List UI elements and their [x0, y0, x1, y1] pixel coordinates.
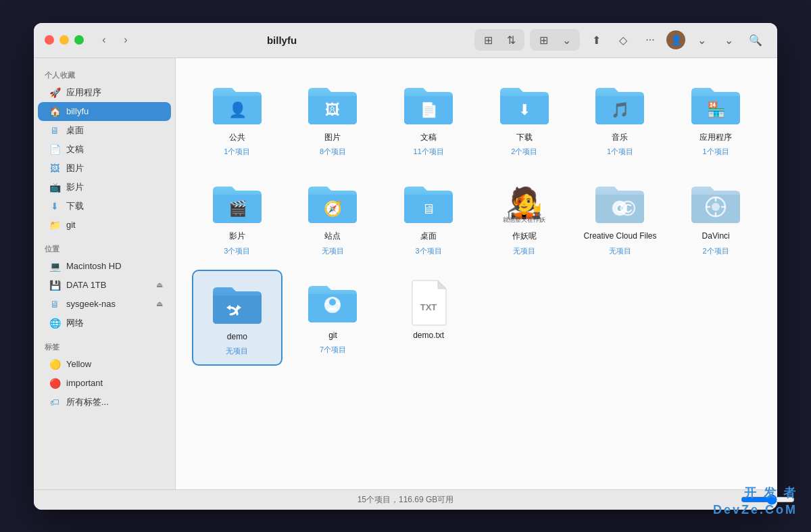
folder-music-count: 1个项目: [607, 147, 633, 157]
yellow-tag-icon: 🟡: [49, 358, 61, 370]
sidebar-item-network[interactable]: 🌐 网络: [38, 314, 171, 333]
traffic-lights: [45, 35, 84, 45]
folder-public[interactable]: 👤 公共 1个项目: [192, 72, 282, 166]
folder-pictures-icon: 🖼: [305, 80, 360, 128]
sort-button[interactable]: ⇅: [500, 30, 522, 49]
status-bar: 15个项目，116.69 GB可用: [34, 489, 777, 510]
sidebar-section-locations: 位置 💻 Macintosh HD 💾 DATA 1TB ⏏ 🖥 sysgeek…: [34, 240, 175, 333]
folder-apps-icon: 🏪: [689, 80, 743, 128]
folder-pictures[interactable]: 🖼 图片 8个项目: [288, 72, 378, 166]
sidebar-item-pictures[interactable]: 🖼 图片: [38, 159, 171, 178]
maximize-button[interactable]: [74, 35, 84, 45]
sidebar-item-apps[interactable]: 🚀 应用程序: [38, 83, 171, 102]
folder-sites[interactable]: 🧭 站点 无项目: [288, 170, 378, 264]
folder-demo-icon: [210, 279, 264, 328]
folder-desktop2-count: 3个项目: [416, 246, 442, 256]
arrow-down-button[interactable]: ⌄: [691, 30, 712, 49]
sidebar-item-macintosh[interactable]: 💻 Macintosh HD: [38, 257, 171, 276]
sidebar-movies-label: 影片: [66, 181, 84, 193]
folder-desktop2[interactable]: 🖥 桌面 3个项目: [383, 170, 474, 264]
more-button[interactable]: ···: [639, 30, 661, 49]
folder-documents-name: 文稿: [420, 132, 437, 143]
sidebar-item-documents[interactable]: 📄 文稿: [38, 140, 171, 159]
folder-music-name: 音乐: [612, 132, 628, 143]
sidebar-item-nas[interactable]: 🖥 sysgeek-nas ⏏: [38, 295, 171, 314]
sidebar-item-important[interactable]: 🔴 important: [38, 374, 171, 393]
folder-davinci-icon: [689, 178, 743, 227]
folder-public-name: 公共: [229, 132, 245, 143]
sidebar-item-data1tb[interactable]: 💾 DATA 1TB ⏏: [38, 276, 171, 295]
git-icon: 📁: [49, 219, 61, 231]
svg-point-20: [329, 299, 336, 306]
favorites-label: 个人收藏: [34, 66, 175, 83]
tag-button[interactable]: ◇: [612, 30, 634, 49]
folder-movies-name: 影片: [229, 231, 245, 242]
search-button[interactable]: 🔍: [745, 30, 766, 49]
alltags-icon: 🏷: [49, 396, 61, 408]
movies-icon: 📺: [49, 181, 61, 193]
folder-demo[interactable]: demo 无项目: [192, 270, 282, 366]
list-view-button[interactable]: ⊞: [533, 30, 554, 49]
folder-zuoyaone-name: 作妖呢: [512, 231, 537, 242]
sidebar-item-movies[interactable]: 📺 影片: [38, 178, 171, 197]
folder-apps[interactable]: 🏪 应用程序 1个项目: [670, 72, 761, 166]
folder-ccfiles[interactable]: Creative Cloud Files 无项目: [575, 170, 666, 264]
grid-view-button[interactable]: ⊞: [477, 30, 499, 49]
avatar-button[interactable]: 👤: [666, 30, 685, 49]
folder-documents[interactable]: 📄 文稿 11个项目: [383, 72, 474, 166]
sidebar-item-git[interactable]: 📁 git: [38, 216, 171, 235]
svg-text:🎬: 🎬: [228, 199, 247, 218]
network-icon: 🌐: [49, 317, 61, 329]
watermark-line2: DevZe.CoM: [713, 502, 797, 518]
sidebar-important-label: important: [66, 378, 103, 388]
folder-documents-count: 11个项目: [414, 147, 444, 157]
folder-downloads[interactable]: ⬇ 下载 2个项目: [479, 72, 570, 166]
folder-git2[interactable]: git 7个项目: [288, 270, 378, 366]
folder-pictures-name: 图片: [324, 132, 341, 143]
folder-zuoyaone[interactable]: 🧑‍🎤 就他整天在作妖 作妖呢 无项目: [479, 170, 570, 264]
title-bar: ‹ › billyfu ⊞ ⇅ ⊞ ⌄ ⬆ ◇ ··· 👤 ⌄ ⌄ 🔍: [34, 23, 777, 58]
sidebar-item-yellow[interactable]: 🟡 Yellow: [38, 355, 171, 374]
sidebar-item-downloads[interactable]: ⬇ 下载: [38, 197, 171, 216]
folder-documents-icon: 📄: [401, 80, 456, 128]
close-button[interactable]: [45, 35, 54, 45]
svg-point-12: [712, 203, 720, 211]
svg-text:🎵: 🎵: [611, 101, 630, 119]
folder-apps-count: 1个项目: [703, 147, 729, 157]
txt-file-icon: TXT: [408, 278, 449, 327]
minimize-button[interactable]: [59, 35, 69, 45]
sidebar-item-desktop[interactable]: 🖥 桌面: [38, 121, 171, 140]
sidebar-item-billyfu[interactable]: 🏠 billyfu: [38, 102, 171, 121]
file-demo-txt[interactable]: TXT demo.txt: [383, 270, 474, 366]
share-button[interactable]: ⬆: [585, 30, 607, 49]
folder-movies[interactable]: 🎬 影片 3个项目: [192, 170, 282, 264]
folder-davinci[interactable]: DaVinci 2个项目: [670, 170, 761, 264]
folder-desktop2-name: 桌面: [420, 231, 437, 242]
folder-downloads-icon: ⬇: [497, 80, 551, 128]
documents-icon: 📄: [49, 143, 61, 155]
svg-text:🧭: 🧭: [324, 199, 343, 218]
finder-window: ‹ › billyfu ⊞ ⇅ ⊞ ⌄ ⬆ ◇ ··· 👤 ⌄ ⌄ 🔍: [34, 23, 777, 510]
folder-downloads-name: 下载: [516, 132, 533, 143]
folder-demo-count: 无项目: [226, 346, 248, 356]
arrow-down2-button[interactable]: ⌄: [718, 30, 739, 49]
pictures-icon: 🖼: [49, 162, 61, 174]
sidebar-documents-label: 文稿: [66, 143, 84, 155]
window-title: billyfu: [89, 34, 474, 46]
folder-ccfiles-count: 无项目: [609, 246, 631, 256]
folder-public-icon: 👤: [210, 80, 264, 128]
tags-label: 标签: [34, 338, 175, 355]
folder-git2-name: git: [328, 331, 337, 341]
sidebar-data1tb-label: DATA 1TB: [66, 280, 106, 290]
folder-public-count: 1个项目: [224, 147, 250, 157]
folder-sites-icon: 🧭: [305, 178, 360, 227]
folder-pictures-count: 8个项目: [320, 147, 346, 157]
apps-icon: 🚀: [49, 87, 61, 99]
view-arrow-button[interactable]: ⌄: [556, 30, 577, 49]
folder-movies-count: 3个项目: [224, 246, 250, 256]
sidebar-git-label: git: [66, 220, 76, 230]
sidebar-downloads-label: 下载: [66, 200, 84, 212]
folder-music[interactable]: 🎵 音乐 1个项目: [575, 72, 666, 166]
status-text: 15个项目，116.69 GB可用: [358, 494, 454, 506]
sidebar-item-alltags[interactable]: 🏷 所有标签...: [38, 393, 171, 412]
